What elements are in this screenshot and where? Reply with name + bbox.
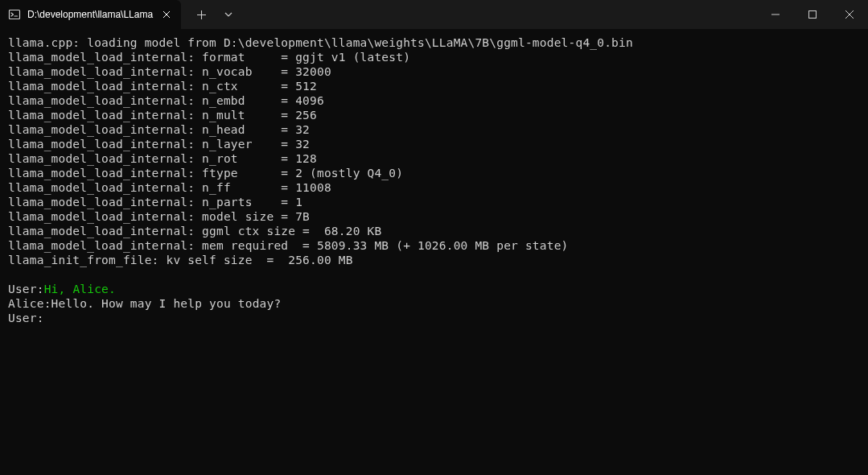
window-controls bbox=[757, 0, 868, 29]
minimize-button[interactable] bbox=[757, 0, 794, 29]
titlebar-left: D:\development\llama\LLama bbox=[0, 0, 242, 29]
blank-line bbox=[8, 267, 860, 282]
terminal-icon bbox=[8, 8, 21, 21]
terminal-output[interactable]: llama.cpp: loading model from D:\develop… bbox=[0, 29, 868, 332]
log-line: llama_model_load_internal: ftype = 2 (mo… bbox=[8, 166, 860, 180]
log-line: llama_model_load_internal: n_ctx = 512 bbox=[8, 79, 860, 93]
tab-actions bbox=[181, 0, 242, 29]
log-line: llama_model_load_internal: n_head = 32 bbox=[8, 122, 860, 137]
new-tab-button[interactable] bbox=[187, 0, 215, 29]
svg-rect-1 bbox=[809, 11, 817, 19]
maximize-button[interactable] bbox=[794, 0, 831, 29]
log-line: llama_model_load_internal: n_rot = 128 bbox=[8, 151, 860, 166]
log-line: llama_model_load_internal: mem required … bbox=[8, 238, 860, 253]
user-input-text: Hi, Alice. bbox=[44, 283, 116, 295]
log-line: llama_model_load_internal: n_vocab = 320… bbox=[8, 64, 860, 79]
log-line: llama_model_load_internal: ggml ctx size… bbox=[8, 224, 860, 238]
tab-title: D:\development\llama\LLama bbox=[27, 9, 154, 20]
log-line: llama_model_load_internal: model size = … bbox=[8, 209, 860, 224]
log-line: llama_model_load_internal: n_embd = 4096 bbox=[8, 93, 860, 108]
svg-rect-0 bbox=[10, 10, 20, 19]
tab-dropdown-button[interactable] bbox=[215, 0, 242, 29]
log-line: llama_model_load_internal: format = ggjt… bbox=[8, 50, 860, 64]
chat-line-alice: Alice:Hello. How may I help you today? bbox=[8, 296, 860, 311]
alice-prefix: Alice: bbox=[8, 297, 51, 310]
chat-line-user: User:Hi, Alice. bbox=[8, 282, 860, 296]
user-prefix: User: bbox=[8, 312, 44, 324]
log-line: llama_model_load_internal: n_mult = 256 bbox=[8, 108, 860, 122]
log-line: llama_model_load_internal: n_parts = 1 bbox=[8, 195, 860, 209]
close-window-button[interactable] bbox=[831, 0, 868, 29]
chat-line-user-prompt: User: bbox=[8, 311, 860, 325]
close-tab-button[interactable] bbox=[160, 8, 173, 21]
alice-reply: Hello. How may I help you today? bbox=[51, 297, 282, 310]
log-line: llama_model_load_internal: n_ff = 11008 bbox=[8, 180, 860, 195]
user-prefix: User: bbox=[8, 283, 44, 295]
log-line: llama.cpp: loading model from D:\develop… bbox=[8, 35, 860, 50]
log-line: llama_init_from_file: kv self size = 256… bbox=[8, 253, 860, 267]
titlebar: D:\development\llama\LLama bbox=[0, 0, 868, 29]
log-line: llama_model_load_internal: n_layer = 32 bbox=[8, 137, 860, 151]
tab-active[interactable]: D:\development\llama\LLama bbox=[0, 0, 181, 29]
